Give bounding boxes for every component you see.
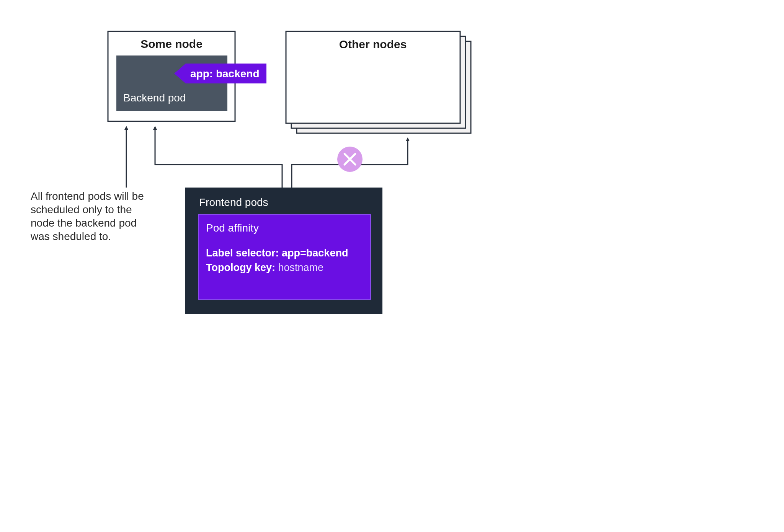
topology-key-label: Topology key: (206, 262, 278, 273)
some-node-box: Some node Backend pod app: backend (108, 31, 266, 121)
some-node-title: Some node (140, 38, 203, 50)
pod-affinity-title: Pod affinity (206, 222, 259, 234)
frontend-pods-box: Frontend pods Pod affinity Label selecto… (185, 188, 382, 314)
topology-key-row: Topology key: hostname (206, 262, 323, 273)
caption-line-2: scheduled only to the (31, 204, 132, 215)
other-nodes-stack: Other nodes (286, 31, 471, 133)
caption-line-3: node the backend pod (31, 217, 137, 229)
arrow-frontend-to-some-node (155, 128, 282, 188)
backend-label-tag: app: backend (174, 64, 266, 83)
topology-key-value: hostname (278, 262, 324, 273)
backend-pod-label: Backend pod (123, 92, 186, 104)
blocked-icon (337, 147, 363, 172)
caption-line-4: was sheduled to. (30, 230, 111, 242)
backend-label-tag-text: app: backend (190, 68, 259, 80)
label-selector-value: app=backend (282, 247, 348, 259)
diagram-canvas: Some node Backend pod app: backend Other… (0, 0, 784, 532)
caption-line-1: All frontend pods will be (31, 190, 144, 202)
frontend-pods-title: Frontend pods (199, 196, 268, 208)
label-selector-row: Label selector: app=backend (206, 247, 348, 259)
caption-text: All frontend pods will be scheduled only… (30, 190, 144, 242)
connectors (126, 128, 408, 188)
label-selector-label: Label selector: (206, 247, 282, 259)
other-nodes-title: Other nodes (339, 38, 407, 51)
